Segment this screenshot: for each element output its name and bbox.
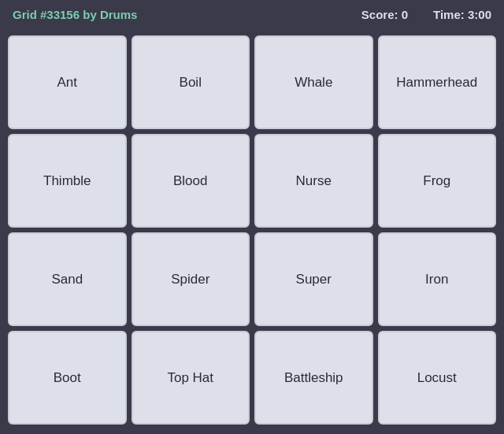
grid-cell-2[interactable]: Whale: [254, 35, 373, 129]
score-display: Score: 0: [361, 8, 408, 21]
header-stats: Score: 0 Time: 3:00: [361, 8, 491, 21]
grid-cell-14[interactable]: Battleship: [254, 331, 373, 425]
grid-cell-11[interactable]: Iron: [378, 232, 497, 326]
grid-cell-0[interactable]: Ant: [8, 35, 127, 129]
grid-cell-1[interactable]: Boil: [132, 35, 250, 129]
grid-title: Grid #33156 by Drums: [13, 8, 137, 21]
grid-cell-12[interactable]: Boot: [8, 331, 127, 425]
grid-cell-15[interactable]: Locust: [378, 331, 497, 425]
grid-cell-7[interactable]: Frog: [378, 134, 497, 228]
grid-cell-13[interactable]: Top Hat: [132, 331, 250, 425]
header: Grid #33156 by Drums Score: 0 Time: 3:00: [0, 0, 504, 29]
grid-cell-9[interactable]: Spider: [132, 232, 250, 326]
grid-cell-10[interactable]: Super: [254, 232, 373, 326]
time-display: Time: 3:00: [433, 8, 491, 21]
grid-cell-6[interactable]: Nurse: [254, 134, 373, 228]
grid-cell-8[interactable]: Sand: [8, 232, 127, 326]
grid-cell-4[interactable]: Thimble: [8, 134, 127, 228]
game-grid: AntBoilWhaleHammerheadThimbleBloodNurseF…: [0, 29, 504, 434]
grid-cell-5[interactable]: Blood: [132, 134, 250, 228]
grid-cell-3[interactable]: Hammerhead: [378, 35, 497, 129]
